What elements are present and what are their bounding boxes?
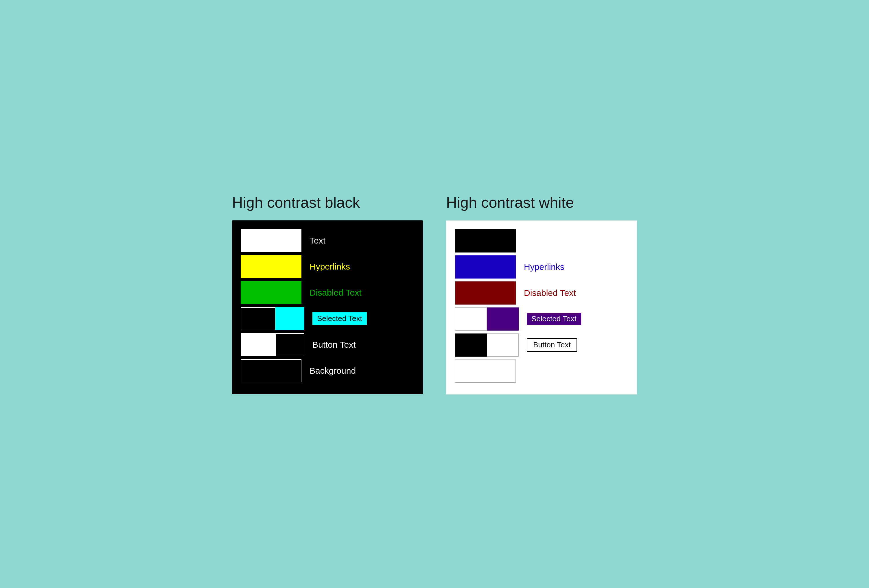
black-selected-fg-swatch <box>276 307 304 330</box>
black-panel: High contrast black Text Hyperlinks Disa… <box>232 194 423 394</box>
black-hyperlinks-label: Hyperlinks <box>310 262 350 272</box>
white-selected-fg-swatch <box>487 307 519 330</box>
black-card: Text Hyperlinks Disabled Text Selected T… <box>232 221 423 394</box>
black-text-swatch <box>241 229 301 252</box>
white-button-label: Button Text <box>527 338 577 352</box>
black-button-bg-swatch <box>241 333 276 356</box>
white-text-row <box>455 230 628 252</box>
black-background-row: Background <box>241 359 414 382</box>
white-button-fg-swatch <box>487 333 519 357</box>
white-hyperlinks-swatch <box>455 255 516 278</box>
white-panel: High contrast white Hyperlinks Disabled … <box>446 194 637 394</box>
black-disabled-swatch <box>241 281 301 304</box>
page-container: High contrast black Text Hyperlinks Disa… <box>232 194 637 394</box>
black-hyperlinks-row: Hyperlinks <box>241 255 414 278</box>
black-hyperlinks-swatch <box>241 255 301 278</box>
black-background-swatch <box>241 359 301 382</box>
white-selected-badge: Selected Text <box>527 313 581 325</box>
black-selected-swatch-pair <box>241 307 304 330</box>
black-selected-bg-swatch <box>241 307 276 330</box>
white-selected-row: Selected Text <box>455 307 628 330</box>
white-disabled-label: Disabled Text <box>524 288 576 298</box>
black-text-label: Text <box>310 236 325 246</box>
white-disabled-row: Disabled Text <box>455 281 628 305</box>
white-selected-swatch-pair <box>455 307 519 330</box>
white-selected-bg-swatch <box>455 307 487 330</box>
white-panel-title: High contrast white <box>446 194 637 212</box>
black-panel-title: High contrast black <box>232 194 423 212</box>
white-card: Hyperlinks Disabled Text Selected Text <box>446 221 637 394</box>
black-button-label: Button Text <box>313 340 356 350</box>
black-text-row: Text <box>241 229 414 252</box>
black-selected-row: Selected Text <box>241 307 414 330</box>
white-button-bg-swatch <box>455 333 487 357</box>
white-text-swatch <box>455 230 516 252</box>
black-button-row: Button Text <box>241 333 414 356</box>
black-button-swatch-pair <box>241 333 304 356</box>
black-selected-badge: Selected Text <box>313 313 367 325</box>
black-button-fg-swatch <box>276 333 304 356</box>
white-hyperlinks-label: Hyperlinks <box>524 262 564 272</box>
white-hyperlinks-row: Hyperlinks <box>455 255 628 278</box>
white-background-row <box>455 360 628 383</box>
black-background-label: Background <box>310 366 356 376</box>
white-button-swatch-pair <box>455 333 519 357</box>
black-disabled-row: Disabled Text <box>241 281 414 304</box>
white-background-swatch <box>455 360 516 383</box>
white-button-row: Button Text <box>455 333 628 357</box>
black-disabled-label: Disabled Text <box>310 288 362 298</box>
white-disabled-swatch <box>455 281 516 305</box>
